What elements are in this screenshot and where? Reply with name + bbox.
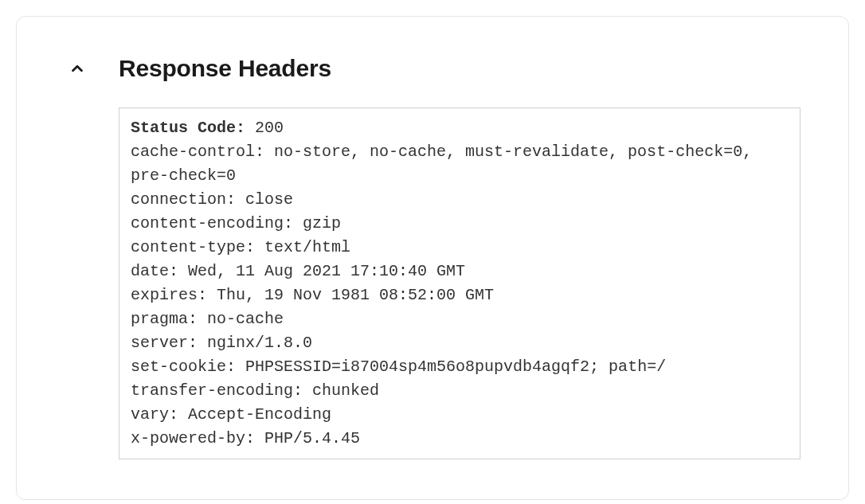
header-value: PHPSESSID=i87004sp4m56o8pupvdb4agqf2; pa… xyxy=(245,357,666,376)
status-code-label: Status Code xyxy=(131,119,236,137)
header-separator: : xyxy=(169,262,188,280)
header-name: connection xyxy=(131,190,226,209)
header-separator: : xyxy=(245,238,264,256)
header-value: Wed, 11 Aug 2021 17:10:40 GMT xyxy=(188,262,465,280)
header-name: server xyxy=(131,334,188,352)
header-line: set-cookie: PHPSESSID=i87004sp4m56o8pupv… xyxy=(131,355,789,379)
header-line: server: nginx/1.8.0 xyxy=(131,331,789,355)
header-separator: : xyxy=(245,429,264,447)
status-code-value: 200 xyxy=(255,119,284,137)
header-line: pragma: no-cache xyxy=(131,307,789,331)
header-line: expires: Thu, 19 Nov 1981 08:52:00 GMT xyxy=(131,283,789,307)
header-name: content-encoding xyxy=(131,214,284,232)
header-value: Thu, 19 Nov 1981 08:52:00 GMT xyxy=(217,286,494,304)
header-name: expires xyxy=(131,286,198,304)
header-name: transfer-encoding xyxy=(131,381,293,400)
header-separator: : xyxy=(226,357,245,376)
header-value: text/html xyxy=(264,238,350,256)
header-line: vary: Accept-Encoding xyxy=(131,403,789,427)
header-name: x-powered-by xyxy=(131,429,245,447)
header-separator: : xyxy=(198,286,217,304)
header-value: nginx/1.8.0 xyxy=(207,334,312,352)
header-line: content-type: text/html xyxy=(131,236,789,260)
header-line: x-powered-by: PHP/5.4.45 xyxy=(131,427,789,451)
header-line: content-encoding: gzip xyxy=(131,212,789,236)
header-name: cache-control xyxy=(131,143,255,161)
header-value: close xyxy=(245,190,293,209)
header-name: date xyxy=(131,262,169,280)
header-name: pragma xyxy=(131,310,188,328)
header-separator: : xyxy=(293,381,312,400)
header-value: PHP/5.4.45 xyxy=(264,429,360,447)
status-code-line: Status Code: 200 xyxy=(131,116,789,140)
header-separator: : xyxy=(169,405,188,424)
panel-title: Response Headers xyxy=(119,55,331,82)
header-value: no-cache xyxy=(207,310,284,328)
chevron-up-icon[interactable] xyxy=(65,56,90,81)
header-name: set-cookie xyxy=(131,357,226,376)
header-separator: : xyxy=(255,143,274,161)
response-headers-box: Status Code: 200 cache-control: no-store… xyxy=(119,107,800,459)
header-separator: : xyxy=(188,334,207,352)
header-separator: : xyxy=(188,310,207,328)
response-headers-panel: Response Headers Status Code: 200 cache-… xyxy=(16,16,849,500)
header-line: connection: close xyxy=(131,188,789,212)
header-separator: : xyxy=(284,214,303,232)
header-value: chunked xyxy=(312,381,379,400)
header-line: cache-control: no-store, no-cache, must-… xyxy=(131,140,789,188)
header-name: content-type xyxy=(131,238,245,256)
header-value: gzip xyxy=(303,214,341,232)
header-separator: : xyxy=(226,190,245,209)
header-line: date: Wed, 11 Aug 2021 17:10:40 GMT xyxy=(131,260,789,283)
panel-header-row[interactable]: Response Headers xyxy=(65,55,800,82)
header-name: vary xyxy=(131,405,169,424)
header-value: Accept-Encoding xyxy=(188,405,331,424)
header-line: transfer-encoding: chunked xyxy=(131,379,789,403)
